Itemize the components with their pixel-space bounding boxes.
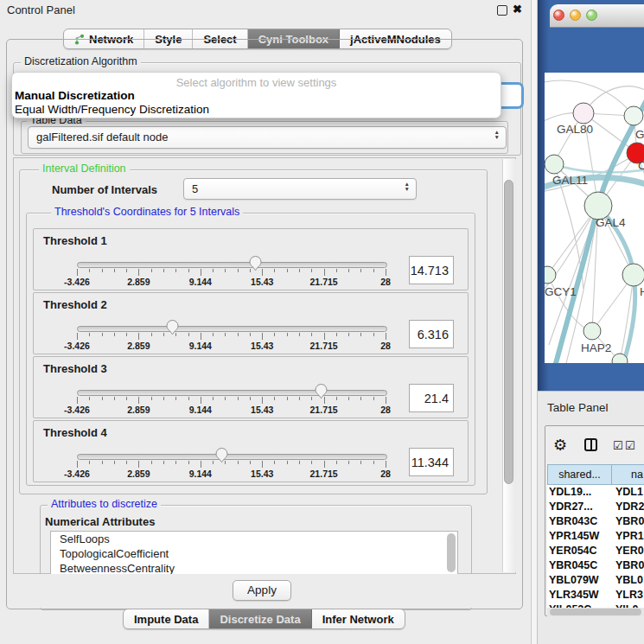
table-cell[interactable]: YBR043C — [549, 514, 611, 529]
threshold-value-input[interactable]: 6.316 — [409, 320, 454, 348]
settings-gear-icon[interactable]: ⚙ — [553, 436, 567, 455]
slider-thumb[interactable] — [314, 382, 328, 403]
table-data-combobox[interactable]: galFiltered.sif default node ▲▼ — [28, 126, 507, 149]
table-cell[interactable]: YPR1 — [615, 529, 644, 544]
threshold-label: Threshold 3 — [43, 362, 107, 375]
table-cell[interactable]: YBR0 — [615, 514, 644, 529]
table-cell[interactable]: YBL0 — [615, 573, 644, 588]
table-cell[interactable]: YBL079W — [549, 573, 611, 588]
tick-mark — [386, 397, 386, 404]
table-cell[interactable]: YDR27... — [549, 500, 611, 514]
tab-impute-data[interactable]: Impute Data — [124, 609, 209, 628]
tick-mark — [225, 269, 226, 272]
horizontal-scrollbar[interactable] — [547, 608, 644, 616]
tick-mark — [151, 397, 152, 400]
tick-mark — [151, 333, 152, 336]
network-node[interactable] — [545, 266, 556, 284]
column-header-name[interactable]: na — [611, 464, 644, 485]
scrollbar-thumb[interactable] — [504, 180, 513, 484]
table-cell[interactable]: YDL19... — [549, 485, 611, 500]
dropdown-item-equal-width[interactable]: Equal Width/Frequency Discretization — [15, 103, 209, 116]
list-item[interactable]: TopologicalCoefficient — [51, 546, 457, 561]
tick-mark — [77, 461, 78, 468]
tick-label: -3.426 — [64, 277, 90, 287]
dropdown-hint: Select algorithm to view settings — [12, 76, 501, 89]
tick-mark — [299, 269, 300, 272]
slider-thumb[interactable] — [248, 254, 263, 275]
split-columns-icon[interactable] — [584, 438, 597, 451]
dropdown-item-manual[interactable]: Manual Discretization — [15, 89, 135, 102]
network-node-label: C — [638, 159, 644, 172]
list-item[interactable]: SelfLoops — [51, 532, 457, 546]
stepper-arrows-icon: ▲▼ — [494, 130, 500, 140]
slider-thumb[interactable] — [214, 446, 229, 467]
network-node[interactable] — [545, 155, 564, 174]
table-cell[interactable]: YBR045C — [549, 558, 611, 573]
tick-mark — [373, 397, 374, 400]
tick-mark — [126, 333, 127, 336]
tick-label: 15.43 — [251, 341, 273, 351]
column-toggle-icon[interactable]: ☑ — [613, 439, 623, 452]
panel-divider[interactable] — [531, 0, 538, 644]
tab-infer-network[interactable]: Infer Network — [312, 609, 405, 628]
network-view-canvas[interactable]: GAL80GACGAL11GAL4GCY1HHAP2 — [545, 73, 644, 363]
slider-track[interactable] — [77, 262, 387, 268]
number-of-intervals-combobox[interactable]: 5 ▲▼ — [183, 178, 417, 200]
network-node[interactable] — [624, 106, 643, 125]
zoom-light-icon[interactable] — [586, 10, 597, 21]
network-node[interactable] — [622, 264, 644, 286]
table-cell[interactable]: YDL1 — [615, 485, 644, 500]
column-header-shared[interactable]: shared... — [547, 464, 612, 485]
close-panel-icon[interactable]: ✖ — [513, 3, 522, 16]
network-node[interactable] — [573, 103, 594, 124]
tab-discretize-data[interactable]: Discretize Data — [209, 609, 311, 628]
column-toggle-icon[interactable]: ☑ — [625, 439, 635, 452]
tick-mark — [201, 461, 201, 468]
threshold-panel: Threshold 4-3.4262.8599.14415.4321.71528… — [33, 420, 469, 482]
slider-track[interactable] — [77, 390, 387, 396]
tick-mark — [287, 461, 288, 464]
slider-track[interactable] — [77, 454, 387, 460]
table-cell[interactable]: YLR3 — [615, 588, 644, 603]
tick-mark — [77, 269, 78, 276]
network-node-label: GA — [635, 128, 644, 141]
tick-mark — [287, 269, 288, 272]
table-cell[interactable]: YDR2 — [615, 500, 644, 514]
tick-mark — [386, 461, 386, 468]
threshold-value-input[interactable]: 21.4 — [409, 384, 454, 412]
tick-label: 28 — [380, 405, 391, 415]
number-of-intervals-value: 5 — [192, 182, 198, 195]
network-window-titlebar[interactable] — [550, 4, 644, 28]
table-cell[interactable]: YBR0 — [615, 558, 644, 573]
horizontal-scrollbar-thumb[interactable] — [550, 609, 641, 615]
slider-track[interactable] — [77, 326, 387, 332]
tick-mark — [274, 269, 275, 272]
network-edge — [554, 164, 644, 172]
table-cell[interactable]: YER054C — [549, 544, 611, 558]
tick-mark — [360, 269, 361, 272]
threshold-value-input[interactable]: 11.344 — [409, 448, 454, 476]
tick-mark — [238, 269, 239, 272]
table-cell[interactable]: YLR345W — [549, 588, 611, 603]
apply-button[interactable]: Apply — [233, 580, 291, 601]
float-window-icon[interactable] — [497, 5, 507, 16]
tick-mark — [163, 461, 164, 464]
slider-thumb[interactable] — [165, 318, 180, 339]
list-scrollbar-thumb[interactable] — [447, 533, 456, 572]
minimize-light-icon[interactable] — [570, 10, 581, 21]
threshold-value-input[interactable]: 14.713 — [409, 256, 454, 284]
tick-mark — [138, 269, 139, 276]
tick-mark — [213, 269, 214, 272]
tick-mark — [336, 397, 337, 400]
close-light-icon[interactable] — [553, 10, 564, 21]
threshold-label: Threshold 1 — [43, 234, 107, 247]
tick-mark — [299, 461, 300, 464]
table-cell[interactable]: YER0 — [615, 544, 644, 558]
numerical-attributes-list[interactable]: SelfLoopsTopologicalCoefficientBetweenne… — [50, 531, 458, 576]
tick-label: -3.426 — [64, 405, 90, 415]
tick-mark — [250, 333, 251, 336]
tick-mark — [311, 269, 312, 272]
network-node[interactable] — [583, 322, 601, 340]
tick-label: 9.144 — [189, 341, 212, 351]
table-cell[interactable]: YPR145W — [549, 529, 611, 544]
